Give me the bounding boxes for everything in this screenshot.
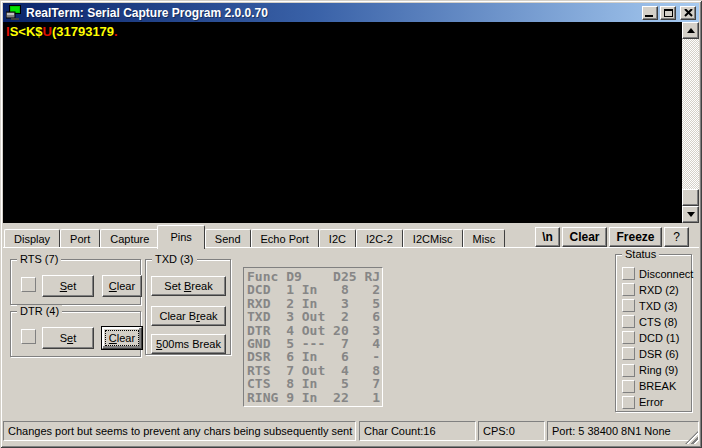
status-bar: Changes port but seems to prevent any ch… <box>3 419 699 445</box>
minimize-button[interactable] <box>642 6 658 20</box>
pin-table-header: Func D9 D25 RJ <box>247 270 382 283</box>
txd-group-label: TXD (3) <box>152 253 197 265</box>
rts-set-button[interactable]: Set <box>42 275 94 297</box>
scrollbar-thumb[interactable] <box>682 189 699 206</box>
status-row-rxd: RXD (2) <box>622 283 689 296</box>
ring-led <box>622 364 635 377</box>
status-led-list: Disconnect RXD (2) TXD (3) CTS (8) DCD (… <box>622 267 689 412</box>
close-button[interactable] <box>680 6 696 20</box>
status-group-label: Status <box>622 248 659 260</box>
status-row-txd: TXD (3) <box>622 299 689 312</box>
close-icon <box>684 9 693 17</box>
clear-button[interactable]: Clear <box>562 227 607 247</box>
window-title: RealTerm: Serial Capture Program 2.0.0.7… <box>26 6 268 20</box>
status-row-break: BREAK <box>622 380 689 393</box>
arrow-up-icon <box>687 28 695 33</box>
tab-pins[interactable]: Pins <box>157 225 204 249</box>
scroll-up-button[interactable] <box>682 22 699 39</box>
newline-button[interactable]: \n <box>535 227 560 247</box>
cts-led <box>622 315 635 328</box>
statusbar-char-count: Char Count:16 <box>359 421 476 441</box>
500ms-break-button[interactable]: 500ms Break <box>151 334 226 354</box>
status-row-disconnect: Disconnect <box>622 267 689 280</box>
realterm-window: RealTerm: Serial Capture Program 2.0.0.7… <box>0 0 702 448</box>
tab-display[interactable]: Display <box>4 229 60 248</box>
rxd-led <box>622 283 635 296</box>
scroll-down-button[interactable] <box>682 206 699 223</box>
arrow-down-icon <box>687 212 695 217</box>
clear-break-button[interactable]: Clear Break <box>151 306 226 326</box>
tab-i2c[interactable]: I2C <box>319 229 356 248</box>
disconnect-led <box>622 267 635 280</box>
dcd-led <box>622 331 635 344</box>
tab-echo-port[interactable]: Echo Port <box>251 229 319 248</box>
status-group: Status Disconnect RXD (2) TXD (3) CTS (8… <box>615 254 692 412</box>
status-row-cts: CTS (8) <box>622 315 689 328</box>
terminal-scrollbar[interactable] <box>682 22 699 223</box>
rts-indicator-led <box>21 277 36 292</box>
rts-clear-button[interactable]: Clear <box>102 275 142 297</box>
break-led <box>622 380 635 393</box>
tab-misc[interactable]: Misc <box>463 229 506 248</box>
status-row-dcd: DCD (1) <box>622 331 689 344</box>
maximize-icon <box>664 9 673 17</box>
maximize-button[interactable] <box>660 6 676 20</box>
title-bar[interactable]: RealTerm: Serial Capture Program 2.0.0.7… <box>3 3 699 22</box>
dtr-group: DTR (4) Set Clear <box>10 311 141 357</box>
txd-led <box>622 299 635 312</box>
dtr-indicator-led <box>21 329 36 344</box>
dtr-clear-button[interactable]: Clear <box>102 327 142 349</box>
minimize-icon <box>645 15 653 17</box>
tab-port[interactable]: Port <box>60 229 100 248</box>
pin-reference-table: Func D9 D25 RJ DCD 1 In 8 2 RXD 2 In 3 5… <box>243 267 383 407</box>
status-row-ring: Ring (9) <box>622 364 689 377</box>
dsr-led <box>622 347 635 360</box>
status-row-dsr: DSR (6) <box>622 347 689 360</box>
window-controls <box>640 6 696 20</box>
terminal-text-line: IS<K$U(31793179. <box>6 24 118 39</box>
tab-send[interactable]: Send <box>205 229 251 248</box>
set-break-button[interactable]: Set Break <box>151 276 226 296</box>
terminal-display[interactable]: IS<K$U(31793179. <box>3 22 699 223</box>
statusbar-cps: CPS:0 <box>478 421 545 441</box>
dtr-set-button[interactable]: Set <box>42 327 94 349</box>
pin-table-rows: DCD 1 In 8 2 RXD 2 In 3 5 TXD 3 Out 2 6 … <box>247 283 382 404</box>
status-row-error: Error <box>622 396 689 409</box>
tab-strip: Display Port Capture Pins Send Echo Port… <box>3 225 699 248</box>
txd-group: TXD (3) Set Break Clear Break 500ms Brea… <box>145 259 231 355</box>
statusbar-message: Changes port but seems to prevent any ch… <box>3 421 356 441</box>
freeze-button[interactable]: Freeze <box>609 227 662 247</box>
app-icon <box>6 5 22 20</box>
tab-i2cmisc[interactable]: I2CMisc <box>403 229 463 248</box>
tab-i2c-2[interactable]: I2C-2 <box>356 229 403 248</box>
rts-group-label: RTS (7) <box>17 253 61 265</box>
error-led <box>622 396 635 409</box>
dtr-group-label: DTR (4) <box>17 305 62 317</box>
tab-capture[interactable]: Capture <box>100 229 159 248</box>
pins-tab-panel: RTS (7) Set Clear DTR (4) Set Clear TXD … <box>3 247 699 419</box>
statusbar-port-info: Port: 5 38400 8N1 None <box>547 421 699 441</box>
help-button[interactable]: ? <box>664 227 689 247</box>
rts-group: RTS (7) Set Clear <box>10 259 141 305</box>
